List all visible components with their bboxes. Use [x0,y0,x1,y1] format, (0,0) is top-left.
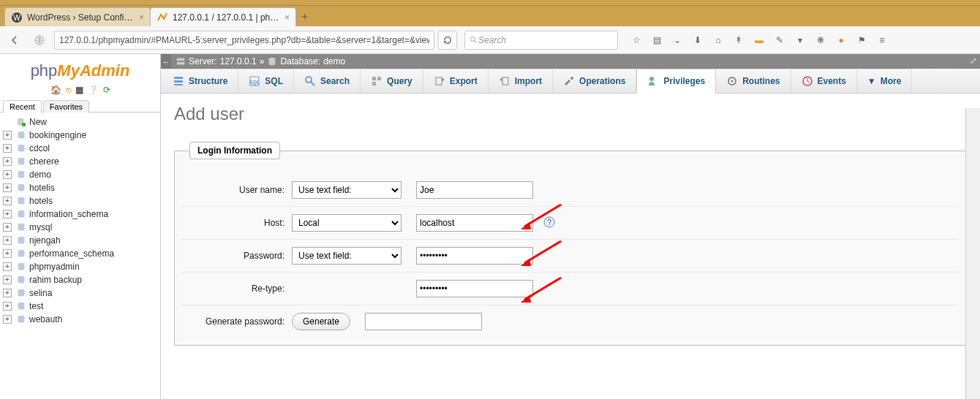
generate-button[interactable]: Generate [292,313,350,330]
svg-text:+: + [23,123,25,126]
close-icon[interactable]: × [139,12,144,23]
annotation-arrow [521,241,565,273]
tab-routines[interactable]: Routines [716,69,791,93]
tree-db-item[interactable]: +selina [0,286,160,300]
eyedropper-icon[interactable]: ✎ [773,35,786,45]
pocket-icon[interactable]: ⌄ [671,35,684,45]
new-tab-button[interactable]: + [295,7,314,26]
sidebar-tab-favorites[interactable]: Favorites [43,100,89,113]
downloads-icon[interactable]: ⬇ [691,35,704,45]
breadcrumb-server-link[interactable]: 127.0.0.1 [220,56,257,66]
expand-icon[interactable]: + [3,157,12,166]
password-mode-select[interactable]: Use text field: [292,247,402,265]
collapse-sidebar-button[interactable]: ← [161,54,171,69]
tree-db-item[interactable]: +information_schema [0,208,160,221]
address-input[interactable] [59,35,429,45]
expand-icon[interactable]: + [3,170,12,179]
database-icon [16,156,26,167]
globe-icon[interactable] [29,30,50,50]
expand-icon[interactable]: + [3,262,12,271]
settings-icon[interactable]: ❋ [814,35,827,45]
logout-icon[interactable]: ⎋ [66,85,71,95]
svg-marker-48 [521,259,531,266]
retype-input[interactable] [416,280,533,297]
close-icon[interactable]: × [284,12,290,23]
browser-search[interactable] [464,31,618,50]
tree-db-item[interactable]: +test [0,300,160,313]
password-input[interactable] [416,247,533,265]
tree-db-item[interactable]: +mysql [0,221,160,234]
expand-icon[interactable]: + [3,315,12,324]
tab-structure[interactable]: Structure [162,69,238,93]
tab-query[interactable]: Query [361,69,423,93]
expand-icon[interactable]: + [3,131,12,140]
sidebar-tab-recent[interactable]: Recent [3,100,42,113]
tree-db-item[interactable]: +demo [0,168,160,181]
svg-line-45 [524,205,561,227]
username-input[interactable] [416,181,533,199]
tree-db-item[interactable]: +performance_schema [0,247,160,260]
browser-search-input[interactable] [478,35,613,45]
privileges-icon [647,75,659,87]
tab-operations[interactable]: Operations [553,69,636,93]
tab-export[interactable]: Export [423,69,489,93]
database-icon [16,143,26,153]
query-icon[interactable]: ▦ [75,85,83,95]
expand-icon[interactable]: + [3,183,12,192]
database-tree[interactable]: +New+bookingengine+cdcol+cherere+demo+ho… [0,113,160,399]
expand-icon[interactable]: + [3,276,12,284]
tree-db-item[interactable]: +phpmyadmin [0,260,160,273]
flag-icon[interactable]: ⚑ [855,35,868,45]
browser-tab-wordpress[interactable]: W WordPress › Setup Configurati... × [4,7,151,26]
back-button[interactable] [4,30,25,50]
tree-db-item[interactable]: +cdcol [0,142,160,155]
browser-tab-phpmyadmin[interactable]: 127.0.0.1 / 127.0.0.1 | php... × [150,7,296,26]
tree-db-item[interactable]: +bookingengine [0,129,160,142]
home-icon[interactable]: ⌂ [712,35,725,45]
tree-new-item[interactable]: +New [0,115,160,129]
tab-privileges[interactable]: Privileges [636,69,716,94]
folder-icon[interactable]: ▬ [753,35,766,45]
breadcrumb-db-link[interactable]: demo [323,56,345,66]
expand-icon[interactable]: + [3,144,12,153]
expand-icon[interactable]: + [3,223,12,232]
expand-icon[interactable]: ⤢ [970,56,977,66]
expand-icon[interactable]: + [3,197,12,205]
expand-icon[interactable]: + [3,289,12,297]
tree-db-item[interactable]: +rahim backup [0,273,160,286]
host-input[interactable] [416,214,533,232]
expand-icon[interactable]: + [3,302,12,311]
expand-icon[interactable]: + [3,249,12,258]
reload-nav-icon[interactable]: ⟳ [103,85,110,95]
wordpress-icon: W [11,12,23,23]
generated-password-input[interactable] [365,313,482,330]
readinglist-icon[interactable]: ▤ [650,35,663,45]
tab-events[interactable]: Events [791,69,857,93]
tree-db-item[interactable]: +njengah [0,234,160,247]
phpmyadmin-logo[interactable]: phpMyAdmin [0,54,160,83]
tab-more[interactable]: ▼More [857,69,913,93]
username-mode-select[interactable]: Use text field: [292,181,402,199]
menu-icon[interactable]: ≡ [875,35,889,45]
expand-icon[interactable]: + [3,236,12,245]
home-icon[interactable]: 🏠 [50,85,61,95]
tree-db-item[interactable]: +hotelis [0,181,160,194]
dot-icon[interactable]: ● [834,35,848,45]
dropdown-icon[interactable]: ▾ [794,35,807,45]
tree-db-item[interactable]: +cherere [0,155,160,168]
tab-import[interactable]: Import [489,69,553,93]
login-information-fieldset: Login Information User name: Use text fi… [174,142,967,346]
tab-sql[interactable]: SQLSQL [238,69,294,93]
address-bar[interactable] [54,31,434,50]
tree-db-item[interactable]: +hotels [0,194,160,208]
tab-search[interactable]: Search [294,69,361,93]
svg-line-4 [475,40,477,42]
tree-db-item[interactable]: +webauth [0,313,160,326]
host-mode-select[interactable]: Local [292,214,402,232]
expand-icon[interactable]: + [3,210,12,218]
scrollbar[interactable] [965,108,980,399]
reload-button[interactable] [438,31,457,50]
bookmark-icon[interactable]: ☆ [630,35,643,45]
docs-icon[interactable]: ❔ [88,85,99,95]
pin-icon[interactable]: ↟ [732,35,745,45]
